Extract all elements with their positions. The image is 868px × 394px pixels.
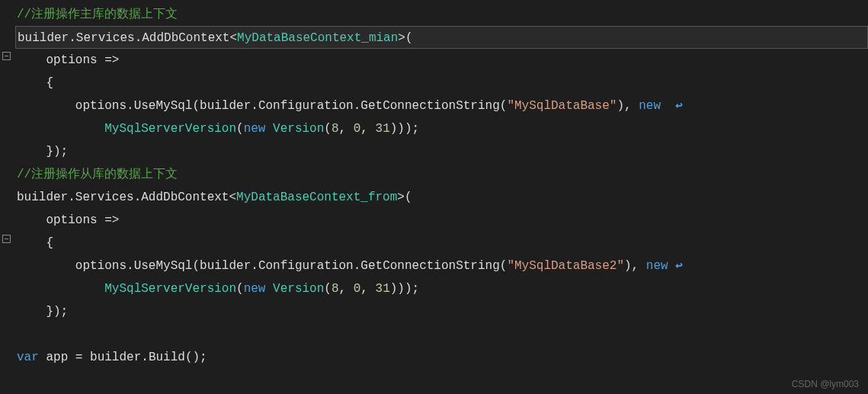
code-line: }); (15, 300, 868, 323)
keyword-new: new (646, 259, 668, 273)
code-line: options.UseMySql(builder.Configuration.G… (15, 94, 868, 117)
code-line: options => (15, 49, 868, 72)
fold-marker-icon[interactable] (2, 52, 11, 60)
fold-marker-icon[interactable] (2, 235, 11, 243)
code-line: var app = builder.Build(); (15, 346, 868, 369)
code-line-highlighted: builder.Services.AddDbContext<MyDataBase… (15, 26, 868, 49)
string-literal: "MySqlDataBase2" (507, 259, 624, 273)
code-line: options => (15, 209, 868, 232)
type-name: MySqlServerVersion (104, 122, 236, 136)
code-line: //注册操作主库的数据上下文 (15, 3, 868, 26)
gutter (0, 0, 15, 394)
code-line: MySqlServerVersion(new Version(8, 0, 31)… (15, 117, 868, 140)
code-line: { (15, 232, 868, 255)
watermark-text: CSDN @lym003 (792, 379, 859, 389)
code-line: }); (15, 140, 868, 163)
comment-text: //注册操作主库的数据上下文 (17, 8, 178, 21)
type-name: MySqlServerVersion (104, 282, 236, 296)
code-line: builder.Services.AddDbContext<MyDataBase… (15, 186, 868, 209)
line-wrap-icon: ↩ (675, 259, 683, 273)
type-name: Version (273, 282, 324, 296)
code-editor[interactable]: //注册操作主库的数据上下文 builder.Services.AddDbCon… (0, 0, 868, 394)
comment-text: //注册操作从库的数据上下文 (17, 168, 178, 181)
type-name: MyDataBaseContext_from (236, 191, 397, 204)
code-line: options.UseMySql(builder.Configuration.G… (15, 255, 868, 277)
keyword-new: new (244, 122, 266, 136)
code-line: { (15, 72, 868, 94)
keyword-new: new (244, 282, 266, 296)
code-line: MySqlServerVersion(new Version(8, 0, 31)… (15, 277, 868, 300)
string-literal: "MySqlDataBase" (507, 99, 617, 113)
type-name: MyDataBaseContext_mian (237, 31, 398, 45)
code-line: //注册操作从库的数据上下文 (15, 163, 868, 186)
code-area[interactable]: //注册操作主库的数据上下文 builder.Services.AddDbCon… (15, 0, 868, 394)
keyword-new: new (639, 99, 661, 113)
line-wrap-icon: ↩ (675, 99, 683, 113)
code-line (15, 323, 868, 346)
keyword-var: var (17, 351, 39, 364)
type-name: Version (273, 122, 324, 136)
